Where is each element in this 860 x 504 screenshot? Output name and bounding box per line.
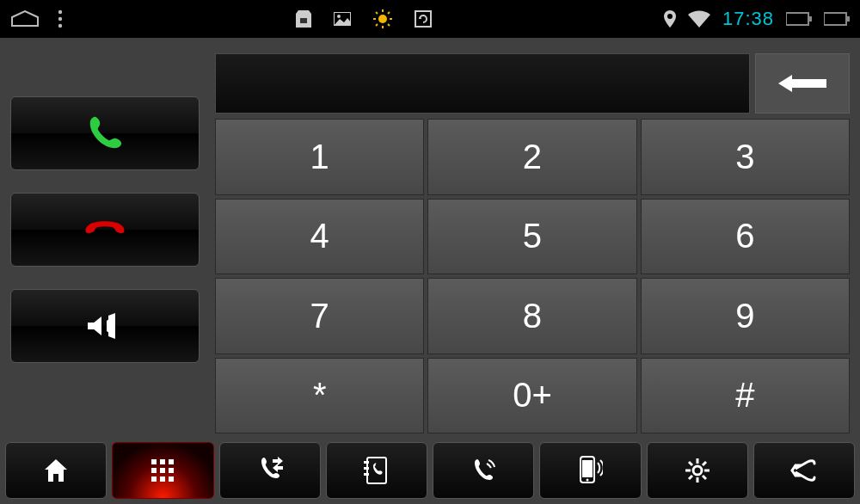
svg-rect-37 (582, 460, 593, 477)
svg-point-39 (693, 466, 702, 475)
nav-recent[interactable] (433, 442, 534, 499)
backspace-button[interactable] (755, 53, 850, 114)
svg-point-5 (337, 15, 341, 18)
sd-card-icon (296, 10, 311, 28)
image-icon (334, 12, 351, 26)
svg-line-11 (376, 12, 378, 14)
key-7[interactable]: 7 (215, 278, 424, 354)
svg-line-44 (689, 462, 692, 465)
menu-dots-icon (57, 9, 64, 29)
dialpad-area: 1 2 3 4 5 6 7 8 9 * 0+ # (215, 53, 850, 433)
call-controls (10, 53, 200, 433)
svg-point-6 (378, 15, 387, 23)
svg-line-46 (689, 476, 692, 479)
svg-rect-15 (415, 11, 431, 27)
bottom-nav (0, 437, 860, 504)
nav-settings[interactable] (647, 442, 748, 499)
key-5[interactable]: 5 (427, 199, 636, 275)
svg-line-13 (376, 24, 378, 26)
clock-text: 17:38 (722, 8, 774, 30)
svg-rect-3 (300, 18, 307, 23)
nav-contacts[interactable] (326, 442, 427, 499)
svg-rect-18 (808, 16, 812, 22)
svg-rect-19 (824, 13, 846, 25)
home-outline-icon (10, 10, 40, 28)
key-6[interactable]: 6 (641, 199, 850, 275)
svg-rect-25 (169, 459, 174, 464)
svg-rect-34 (364, 467, 369, 470)
brightness-icon (373, 9, 392, 28)
svg-rect-26 (151, 468, 157, 473)
svg-point-0 (58, 10, 62, 14)
nav-sms[interactable] (539, 442, 641, 499)
key-3[interactable]: 3 (641, 119, 850, 195)
key-2[interactable]: 2 (427, 119, 636, 195)
key-hash[interactable]: # (641, 358, 850, 434)
key-9[interactable]: 9 (641, 278, 850, 354)
svg-rect-31 (169, 476, 174, 482)
svg-rect-33 (364, 461, 369, 464)
svg-rect-28 (169, 468, 174, 473)
svg-rect-27 (160, 468, 165, 473)
svg-rect-23 (151, 459, 157, 464)
key-0[interactable]: 0+ (427, 358, 636, 434)
svg-rect-22 (88, 323, 94, 329)
svg-line-12 (388, 24, 390, 26)
nav-call-log[interactable] (219, 442, 321, 499)
svg-line-47 (703, 462, 706, 465)
nav-dialpad[interactable] (112, 442, 213, 499)
key-4[interactable]: 4 (215, 199, 424, 275)
svg-point-2 (58, 24, 62, 28)
call-button[interactable] (10, 96, 200, 170)
svg-rect-24 (160, 459, 165, 464)
nav-back[interactable] (753, 442, 855, 499)
svg-rect-17 (786, 13, 808, 25)
svg-rect-35 (364, 473, 369, 476)
key-8[interactable]: 8 (427, 278, 636, 354)
battery1-icon (786, 11, 812, 27)
svg-rect-29 (151, 476, 157, 482)
svg-line-45 (703, 476, 706, 479)
svg-line-14 (388, 12, 390, 14)
svg-point-1 (58, 17, 62, 21)
battery2-icon (824, 11, 850, 27)
svg-point-16 (667, 14, 673, 19)
key-star[interactable]: * (215, 358, 424, 434)
svg-point-38 (587, 479, 589, 482)
nav-home[interactable] (5, 442, 107, 499)
sync-icon (415, 10, 432, 28)
svg-rect-30 (160, 476, 165, 482)
status-bar: 17:38 (0, 0, 860, 38)
keypad: 1 2 3 4 5 6 7 8 9 * 0+ # (215, 119, 850, 433)
number-display (215, 53, 750, 114)
mute-button[interactable] (10, 289, 200, 363)
wifi-icon (688, 10, 710, 28)
end-call-button[interactable] (10, 193, 200, 267)
svg-rect-20 (846, 16, 850, 22)
location-icon (664, 10, 676, 28)
key-1[interactable]: 1 (215, 119, 424, 195)
